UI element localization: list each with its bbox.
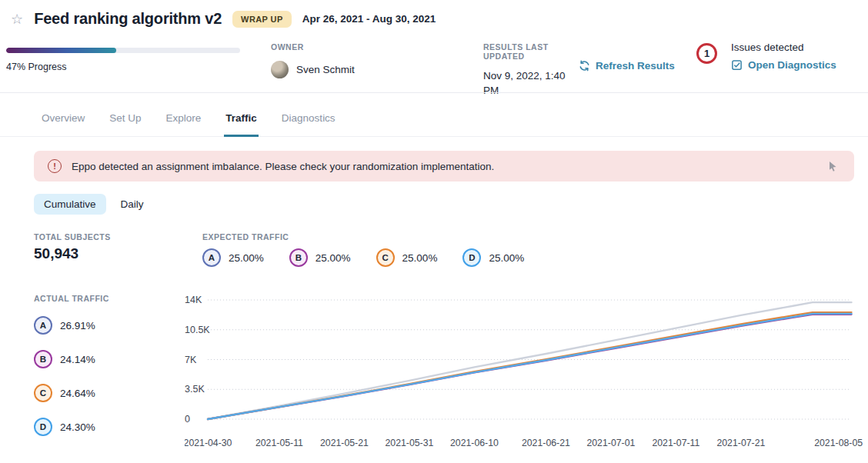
actual-traffic-block: ACTUAL TRAFFIC A26.91%B24.14%C24.64%D24.… (34, 294, 109, 436)
x-axis-label-2021-05-21: 2021-05-21 (320, 438, 369, 448)
actual-traffic-value-c: 24.64% (60, 388, 95, 399)
expected-traffic-item-c: C25.00% (376, 248, 438, 267)
results-updated-value: Nov 9, 2022, 1:40 PM (483, 69, 569, 98)
expected-traffic-value-b: 25.00% (315, 252, 351, 264)
issues-detected-label: Issues detected (731, 42, 804, 53)
refresh-results-button[interactable]: Refresh Results (579, 60, 675, 72)
tab-explore[interactable]: Explore (165, 109, 203, 137)
expected-traffic-block: EXPECTED TRAFFIC A25.00%B25.00%C25.00%D2… (202, 232, 524, 267)
expected-traffic-row: A25.00%B25.00%C25.00%D25.00% (202, 248, 524, 267)
alert-message: Eppo detected an assignment imbalance. P… (72, 161, 494, 172)
x-axis-label-2021-07-11: 2021-07-11 (652, 438, 699, 448)
actual-traffic-value-a: 26.91% (60, 320, 95, 331)
owner-label: OWNER (271, 42, 355, 52)
alert-warning-icon: ! (48, 159, 62, 173)
y-axis-label-3.5K: 3.5K (185, 384, 205, 395)
view-mode-toggle: CumulativeDaily (34, 194, 154, 215)
expected-traffic-value-d: 25.00% (489, 252, 524, 264)
imbalance-alert-banner[interactable]: ! Eppo detected an assignment imbalance.… (34, 151, 854, 182)
status-badge: WRAP UP (232, 11, 292, 28)
owner-name: Sven Schmit (296, 64, 355, 75)
open-diagnostics-link[interactable]: Open Diagnostics (731, 59, 836, 71)
results-updated-block: RESULTS LAST UPDATED Nov 9, 2022, 1:40 P… (483, 42, 569, 98)
actual-traffic-value-d: 24.30% (60, 421, 95, 433)
total-subjects-block: TOTAL SUBJECTS 50,943 (34, 232, 111, 262)
open-diagnostics-label: Open Diagnostics (748, 59, 836, 71)
y-axis-label-7K: 7K (185, 355, 197, 365)
expected-traffic-value-c: 25.00% (402, 252, 438, 264)
experiment-page: ☆ Feed ranking algorithm v2 WRAP UP Apr … (0, 0, 868, 463)
series-line-d (208, 314, 852, 419)
owner-avatar (271, 61, 289, 78)
tab-set-up[interactable]: Set Up (108, 109, 142, 137)
issues-count-badge: 1 (696, 43, 717, 64)
x-axis-label-2021-06-10: 2021-06-10 (450, 438, 499, 448)
variant-badge-b: B (289, 248, 308, 267)
series-line-a (208, 302, 852, 419)
toggle-option-cumulative[interactable]: Cumulative (34, 194, 106, 215)
actual-traffic-label: ACTUAL TRAFFIC (34, 294, 109, 303)
tab-traffic[interactable]: Traffic (224, 109, 259, 137)
actual-traffic-item-b: B24.14% (34, 350, 109, 368)
actual-traffic-value-b: 24.14% (60, 354, 95, 365)
variant-badge-c: C (34, 384, 52, 402)
header-title-row: ☆ Feed ranking algorithm v2 WRAP UP Apr … (11, 10, 436, 28)
actual-traffic-item-a: A26.91% (34, 316, 109, 335)
y-axis-label-10.5K: 10.5K (185, 325, 210, 335)
x-axis-label-2021-07-01: 2021-07-01 (586, 438, 635, 448)
favorite-star-icon[interactable]: ☆ (11, 12, 23, 26)
expected-traffic-item-a: A25.00% (202, 248, 264, 267)
y-axis-label-0: 0 (185, 414, 190, 425)
total-subjects-label: TOTAL SUBJECTS (34, 232, 111, 241)
variant-badge-d: D (462, 248, 481, 267)
diagnostics-icon (731, 59, 743, 71)
variant-badge-c: C (376, 248, 395, 267)
expected-traffic-item-b: B25.00% (289, 248, 351, 267)
variant-badge-b: B (34, 350, 52, 368)
x-axis-label-2021-08-05: 2021-08-05 (814, 438, 863, 448)
mouse-cursor-icon (829, 161, 837, 175)
expected-traffic-value-a: 25.00% (229, 252, 264, 264)
traffic-line-chart: 03.5K7K10.5K14K2021-04-302021-05-112021-… (185, 292, 868, 455)
x-axis-label-2021-07-21: 2021-07-21 (716, 438, 765, 448)
actual-traffic-list: A26.91%B24.14%C24.64%D24.30% (34, 316, 109, 436)
tab-diagnostics[interactable]: Diagnostics (280, 109, 337, 137)
refresh-icon (579, 60, 590, 72)
experiment-date-range: Apr 26, 2021 - Aug 30, 2021 (302, 13, 436, 25)
refresh-results-label: Refresh Results (596, 60, 675, 72)
progress-bar-fill (6, 48, 116, 53)
variant-badge-a: A (34, 316, 52, 335)
progress-bar (6, 48, 240, 53)
variant-badge-a: A (202, 248, 221, 267)
tab-bar: OverviewSet UpExploreTrafficDiagnostics (0, 109, 868, 137)
progress-label: 47% Progress (6, 62, 67, 72)
x-axis-label-2021-05-31: 2021-05-31 (385, 438, 433, 448)
x-axis-label-2021-04-30: 2021-04-30 (185, 438, 232, 448)
variant-badge-d: D (34, 418, 52, 436)
y-axis-label-14K: 14K (185, 295, 202, 305)
x-axis-label-2021-06-21: 2021-06-21 (522, 438, 570, 448)
actual-traffic-item-c: C24.64% (34, 384, 109, 402)
tab-overview[interactable]: Overview (40, 109, 86, 137)
results-updated-label: RESULTS LAST UPDATED (483, 42, 569, 61)
expected-traffic-label: EXPECTED TRAFFIC (202, 232, 524, 241)
actual-traffic-item-d: D24.30% (34, 418, 109, 436)
traffic-chart: 03.5K7K10.5K14K2021-04-302021-05-112021-… (185, 292, 868, 455)
owner-block: OWNER Sven Schmit (271, 42, 355, 78)
x-axis-label-2021-05-11: 2021-05-11 (255, 438, 303, 448)
toggle-option-daily[interactable]: Daily (111, 194, 154, 215)
page-title: Feed ranking algorithm v2 (34, 10, 222, 28)
issues-count: 1 (704, 48, 709, 59)
total-subjects-value: 50,943 (34, 245, 111, 262)
expected-traffic-item-d: D25.00% (462, 248, 524, 267)
header-divider (0, 92, 868, 93)
